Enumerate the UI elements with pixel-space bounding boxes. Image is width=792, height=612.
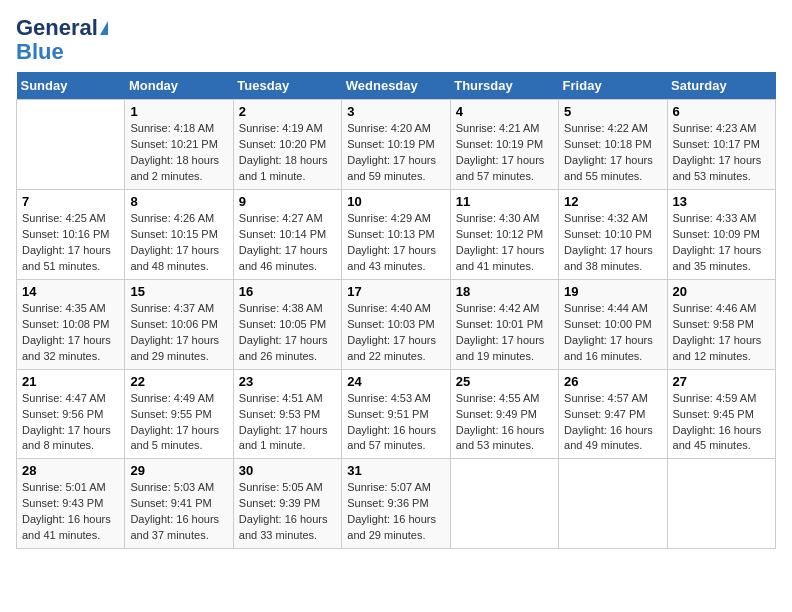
logo: General Blue	[16, 16, 108, 64]
day-info: Sunrise: 4:53 AM Sunset: 9:51 PM Dayligh…	[347, 391, 444, 455]
logo-triangle-icon	[100, 21, 108, 35]
day-info: Sunrise: 4:55 AM Sunset: 9:49 PM Dayligh…	[456, 391, 553, 455]
calendar-table: SundayMondayTuesdayWednesdayThursdayFrid…	[16, 72, 776, 549]
calendar-week-row: 14Sunrise: 4:35 AM Sunset: 10:08 PM Dayl…	[17, 279, 776, 369]
day-info: Sunrise: 4:21 AM Sunset: 10:19 PM Daylig…	[456, 121, 553, 185]
calendar-cell: 11Sunrise: 4:30 AM Sunset: 10:12 PM Dayl…	[450, 190, 558, 280]
day-number: 16	[239, 284, 336, 299]
calendar-cell: 31Sunrise: 5:07 AM Sunset: 9:36 PM Dayli…	[342, 459, 450, 549]
day-number: 22	[130, 374, 227, 389]
header-tuesday: Tuesday	[233, 72, 341, 100]
calendar-cell: 17Sunrise: 4:40 AM Sunset: 10:03 PM Dayl…	[342, 279, 450, 369]
calendar-cell: 21Sunrise: 4:47 AM Sunset: 9:56 PM Dayli…	[17, 369, 125, 459]
day-number: 30	[239, 463, 336, 478]
calendar-cell: 3Sunrise: 4:20 AM Sunset: 10:19 PM Dayli…	[342, 100, 450, 190]
day-number: 14	[22, 284, 119, 299]
calendar-week-row: 28Sunrise: 5:01 AM Sunset: 9:43 PM Dayli…	[17, 459, 776, 549]
calendar-cell: 8Sunrise: 4:26 AM Sunset: 10:15 PM Dayli…	[125, 190, 233, 280]
day-info: Sunrise: 4:30 AM Sunset: 10:12 PM Daylig…	[456, 211, 553, 275]
calendar-cell: 20Sunrise: 4:46 AM Sunset: 9:58 PM Dayli…	[667, 279, 775, 369]
day-info: Sunrise: 4:57 AM Sunset: 9:47 PM Dayligh…	[564, 391, 661, 455]
header-wednesday: Wednesday	[342, 72, 450, 100]
calendar-cell: 1Sunrise: 4:18 AM Sunset: 10:21 PM Dayli…	[125, 100, 233, 190]
day-info: Sunrise: 4:22 AM Sunset: 10:18 PM Daylig…	[564, 121, 661, 185]
calendar-cell: 23Sunrise: 4:51 AM Sunset: 9:53 PM Dayli…	[233, 369, 341, 459]
day-number: 10	[347, 194, 444, 209]
calendar-cell: 13Sunrise: 4:33 AM Sunset: 10:09 PM Dayl…	[667, 190, 775, 280]
calendar-cell: 29Sunrise: 5:03 AM Sunset: 9:41 PM Dayli…	[125, 459, 233, 549]
day-number: 8	[130, 194, 227, 209]
header-monday: Monday	[125, 72, 233, 100]
day-number: 24	[347, 374, 444, 389]
day-info: Sunrise: 4:46 AM Sunset: 9:58 PM Dayligh…	[673, 301, 770, 365]
calendar-cell	[17, 100, 125, 190]
day-info: Sunrise: 4:37 AM Sunset: 10:06 PM Daylig…	[130, 301, 227, 365]
day-number: 19	[564, 284, 661, 299]
day-info: Sunrise: 4:26 AM Sunset: 10:15 PM Daylig…	[130, 211, 227, 275]
day-info: Sunrise: 4:27 AM Sunset: 10:14 PM Daylig…	[239, 211, 336, 275]
day-number: 6	[673, 104, 770, 119]
day-info: Sunrise: 4:49 AM Sunset: 9:55 PM Dayligh…	[130, 391, 227, 455]
day-number: 5	[564, 104, 661, 119]
calendar-cell: 12Sunrise: 4:32 AM Sunset: 10:10 PM Dayl…	[559, 190, 667, 280]
calendar-cell: 25Sunrise: 4:55 AM Sunset: 9:49 PM Dayli…	[450, 369, 558, 459]
day-info: Sunrise: 4:23 AM Sunset: 10:17 PM Daylig…	[673, 121, 770, 185]
day-info: Sunrise: 4:40 AM Sunset: 10:03 PM Daylig…	[347, 301, 444, 365]
day-number: 11	[456, 194, 553, 209]
day-info: Sunrise: 4:47 AM Sunset: 9:56 PM Dayligh…	[22, 391, 119, 455]
calendar-week-row: 7Sunrise: 4:25 AM Sunset: 10:16 PM Dayli…	[17, 190, 776, 280]
calendar-cell: 26Sunrise: 4:57 AM Sunset: 9:47 PM Dayli…	[559, 369, 667, 459]
header-saturday: Saturday	[667, 72, 775, 100]
day-info: Sunrise: 4:59 AM Sunset: 9:45 PM Dayligh…	[673, 391, 770, 455]
day-number: 3	[347, 104, 444, 119]
calendar-cell: 2Sunrise: 4:19 AM Sunset: 10:20 PM Dayli…	[233, 100, 341, 190]
day-info: Sunrise: 4:25 AM Sunset: 10:16 PM Daylig…	[22, 211, 119, 275]
logo-text: General	[16, 16, 98, 40]
calendar-week-row: 1Sunrise: 4:18 AM Sunset: 10:21 PM Dayli…	[17, 100, 776, 190]
day-number: 28	[22, 463, 119, 478]
calendar-header-row: SundayMondayTuesdayWednesdayThursdayFrid…	[17, 72, 776, 100]
header-thursday: Thursday	[450, 72, 558, 100]
day-info: Sunrise: 4:20 AM Sunset: 10:19 PM Daylig…	[347, 121, 444, 185]
day-number: 12	[564, 194, 661, 209]
calendar-cell: 9Sunrise: 4:27 AM Sunset: 10:14 PM Dayli…	[233, 190, 341, 280]
day-number: 9	[239, 194, 336, 209]
day-number: 1	[130, 104, 227, 119]
day-info: Sunrise: 4:32 AM Sunset: 10:10 PM Daylig…	[564, 211, 661, 275]
calendar-cell: 19Sunrise: 4:44 AM Sunset: 10:00 PM Dayl…	[559, 279, 667, 369]
calendar-cell	[667, 459, 775, 549]
day-number: 26	[564, 374, 661, 389]
day-number: 25	[456, 374, 553, 389]
day-info: Sunrise: 4:29 AM Sunset: 10:13 PM Daylig…	[347, 211, 444, 275]
day-info: Sunrise: 4:44 AM Sunset: 10:00 PM Daylig…	[564, 301, 661, 365]
calendar-cell: 15Sunrise: 4:37 AM Sunset: 10:06 PM Dayl…	[125, 279, 233, 369]
day-number: 20	[673, 284, 770, 299]
day-number: 18	[456, 284, 553, 299]
day-number: 21	[22, 374, 119, 389]
day-number: 31	[347, 463, 444, 478]
calendar-cell: 24Sunrise: 4:53 AM Sunset: 9:51 PM Dayli…	[342, 369, 450, 459]
day-info: Sunrise: 4:38 AM Sunset: 10:05 PM Daylig…	[239, 301, 336, 365]
day-info: Sunrise: 5:07 AM Sunset: 9:36 PM Dayligh…	[347, 480, 444, 544]
calendar-cell: 18Sunrise: 4:42 AM Sunset: 10:01 PM Dayl…	[450, 279, 558, 369]
calendar-cell: 16Sunrise: 4:38 AM Sunset: 10:05 PM Dayl…	[233, 279, 341, 369]
day-number: 15	[130, 284, 227, 299]
calendar-cell: 27Sunrise: 4:59 AM Sunset: 9:45 PM Dayli…	[667, 369, 775, 459]
calendar-cell: 5Sunrise: 4:22 AM Sunset: 10:18 PM Dayli…	[559, 100, 667, 190]
calendar-cell	[559, 459, 667, 549]
header-friday: Friday	[559, 72, 667, 100]
calendar-cell: 10Sunrise: 4:29 AM Sunset: 10:13 PM Dayl…	[342, 190, 450, 280]
day-info: Sunrise: 4:19 AM Sunset: 10:20 PM Daylig…	[239, 121, 336, 185]
calendar-week-row: 21Sunrise: 4:47 AM Sunset: 9:56 PM Dayli…	[17, 369, 776, 459]
day-number: 27	[673, 374, 770, 389]
day-number: 13	[673, 194, 770, 209]
calendar-cell: 4Sunrise: 4:21 AM Sunset: 10:19 PM Dayli…	[450, 100, 558, 190]
day-number: 17	[347, 284, 444, 299]
calendar-cell: 30Sunrise: 5:05 AM Sunset: 9:39 PM Dayli…	[233, 459, 341, 549]
logo-text-blue: Blue	[16, 40, 64, 64]
day-info: Sunrise: 5:03 AM Sunset: 9:41 PM Dayligh…	[130, 480, 227, 544]
header-sunday: Sunday	[17, 72, 125, 100]
day-info: Sunrise: 4:33 AM Sunset: 10:09 PM Daylig…	[673, 211, 770, 275]
calendar-cell	[450, 459, 558, 549]
calendar-cell: 22Sunrise: 4:49 AM Sunset: 9:55 PM Dayli…	[125, 369, 233, 459]
